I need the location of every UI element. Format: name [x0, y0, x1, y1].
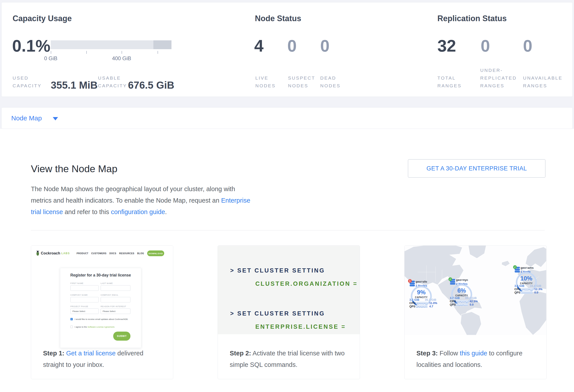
locality-name: geo=nyc — [456, 278, 468, 281]
cpu-metric-row: CPU 11.0% — [409, 301, 437, 305]
license-agreement-checkbox-row: I agree to the Software License Agreemen… — [70, 326, 115, 328]
checkbox-checked-icon: ✓ — [70, 318, 73, 320]
step3-caption: Step 3: Follow this guide to configure l… — [416, 347, 536, 370]
company-name-label: COMPANY NAME — [70, 294, 88, 296]
last-name-label: LAST NAME — [101, 282, 113, 284]
cluster-summary-panel: Capacity Usage 0.1% 0 GiB 400 GiB USEDCA… — [1, 2, 573, 97]
capacity-usage-bar — [51, 40, 171, 49]
project-phase-label: PROJECT PHASE — [70, 305, 88, 308]
qps-metric-row: QPS 0.0 — [514, 291, 538, 294]
locality-name: geo=sfo — [415, 280, 427, 283]
qps-sparkline — [456, 303, 468, 306]
this-guide-link[interactable]: this guide — [460, 350, 487, 357]
axis-tick-label: 0 GiB — [44, 55, 57, 61]
project-phase-select: Please Select — [70, 308, 99, 314]
capacity-percent: 6% — [451, 287, 473, 294]
sql-line: ENTERPRISE.LICENSE = — [255, 323, 346, 330]
mini-nav-blog: BLOG — [137, 252, 144, 255]
replication-status-title: Replication Status — [437, 14, 507, 23]
live-nodes-label: LIVENODES — [255, 74, 276, 90]
sql-commands-preview: > SET CLUSTER SETTING CLUSTER.ORGANIZATI… — [218, 246, 360, 334]
cpu-sparkline — [521, 288, 533, 291]
view-selector-label[interactable]: Node Map — [11, 114, 42, 122]
configuration-guide-link[interactable]: configuration guide — [111, 208, 165, 215]
first-name-label: FIRST NAME — [70, 282, 83, 284]
live-nodes-count: 4 — [254, 37, 264, 55]
under-replicated-ranges-label: UNDER-REPLICATEDRANGES — [480, 66, 517, 90]
software-license-link: Software License Agreement. — [88, 326, 115, 328]
trial-registration-form: Register for a 30-day trial license FIRS… — [60, 268, 141, 348]
email-updates-checkbox-row: ✓ I would like to receive email updates … — [70, 318, 128, 320]
qps-sparkline — [416, 305, 428, 308]
reason-label: REASON FOR INTEREST — [101, 305, 126, 308]
description-text: The Node Map shows the geographical layo… — [31, 186, 235, 204]
unavailable-ranges-label: UNAVAILABLERANGES — [523, 74, 563, 90]
page-title: View the Node Map — [31, 163, 117, 175]
enterprise-steps-cards: Cockroach LABS PRODUCT CUSTOMERS DOCS RE… — [31, 245, 547, 379]
capacity-bar-reserved-segment — [153, 40, 171, 49]
capacity-usage-title: Capacity Usage — [13, 14, 72, 23]
view-selector-dropdown[interactable]: Node Map — [1, 107, 573, 129]
company-name-field — [70, 297, 99, 302]
locality-name: geo=ams — [521, 266, 533, 269]
step1-caption: Step 1: Get a trial license delivered st… — [43, 347, 163, 370]
check-badge-icon: ✓ — [449, 277, 452, 281]
step3-card: 1 geo=sfo 2 Nodes 9% CAPACITY 3.2 GiB35.… — [404, 245, 547, 379]
cpu-sparkline — [416, 302, 428, 304]
last-name-field — [101, 285, 130, 291]
qps-metric-row: QPS 4.7 — [409, 305, 433, 308]
sql-line: > SET CLUSTER SETTING — [230, 267, 325, 274]
get-enterprise-trial-button[interactable]: GET A 30-DAY ENTERPRISE TRIAL — [408, 159, 546, 178]
trial-registration-screenshot: Cockroach LABS PRODUCT CUSTOMERS DOCS RE… — [31, 246, 173, 345]
qps-metric-row: QPS 0.0 — [450, 303, 473, 306]
node-map-preview: 1 geo=sfo 2 Nodes 9% CAPACITY 3.2 GiB35.… — [405, 246, 546, 335]
dead-nodes-count: 0 — [320, 37, 329, 55]
get-trial-license-link[interactable]: Get a trial license — [66, 350, 116, 357]
mini-submit-button: SUBMIT — [113, 332, 130, 341]
capacity-percent: 10% — [515, 275, 537, 282]
mini-nav-docs: DOCS — [109, 252, 116, 255]
cpu-metric-row: CPU 42.5% — [450, 300, 478, 303]
axis-tick — [51, 51, 51, 54]
cpu-metric-row: CPU 12.3% — [514, 287, 542, 291]
unavailable-ranges-count: 0 — [523, 37, 532, 55]
axis-tick — [158, 51, 158, 54]
usable-capacity-value: 676.5 GiB — [128, 80, 174, 90]
description-text: and refer to this — [63, 208, 111, 215]
axis-tick-label: 400 GiB — [112, 55, 131, 61]
usable-capacity-label: USABLECAPACITY — [98, 74, 127, 90]
axis-tick — [86, 51, 87, 54]
caret-down-icon — [53, 117, 58, 120]
cockroach-logo-icon — [36, 250, 40, 256]
mini-nav-product: PRODUCT — [77, 252, 88, 255]
suspect-nodes-label: SUSPECTNODES — [288, 74, 315, 90]
used-capacity-label: USEDCAPACITY — [13, 74, 41, 90]
email-updates-text: I would like to receive email updates ab… — [75, 318, 128, 320]
mini-nav-resources: RESOURCES — [119, 252, 134, 255]
mini-download-button: DOWNLOAD — [147, 250, 164, 256]
checkbox-unchecked-icon — [70, 326, 73, 328]
suspect-nodes-count: 0 — [287, 37, 297, 55]
section-divider — [31, 230, 545, 230]
axis-tick — [122, 51, 122, 54]
reason-select: Please Select — [101, 308, 130, 314]
sql-line: > SET CLUSTER SETTING — [230, 310, 325, 317]
dead-nodes-label: DEADNODES — [320, 74, 341, 90]
step2-caption: Step 2: Activate the trial license with … — [230, 347, 349, 370]
step1-card: Cockroach LABS PRODUCT CUSTOMERS DOCS RE… — [31, 245, 173, 379]
company-email-label: COMPANY EMAIL — [101, 294, 118, 296]
capacity-values: 3.6 GiB34.4 GiB — [514, 284, 541, 287]
alert-badge-icon: 1 — [408, 279, 412, 283]
step2-card: > SET CLUSTER SETTING CLUSTER.ORGANIZATI… — [218, 245, 360, 379]
used-capacity-value: 355.1 MiB — [51, 80, 98, 90]
mini-site-nav-items: PRODUCT CUSTOMERS DOCS RESOURCES BLOG — [77, 252, 144, 255]
mini-site-logo-text: Cockroach — [41, 251, 60, 256]
sql-line: CLUSTER.ORGANIZATION = — [255, 280, 358, 287]
capacity-percent: 9% — [410, 289, 432, 296]
capacity-used-percent: 0.1% — [12, 37, 50, 55]
under-replicated-ranges-count: 0 — [481, 37, 490, 55]
cpu-sparkline — [456, 300, 468, 303]
capacity-values: 3.7 GiB65.7 GiB — [450, 296, 477, 300]
description-text: . — [165, 208, 167, 215]
node-status-title: Node Status — [255, 14, 301, 23]
